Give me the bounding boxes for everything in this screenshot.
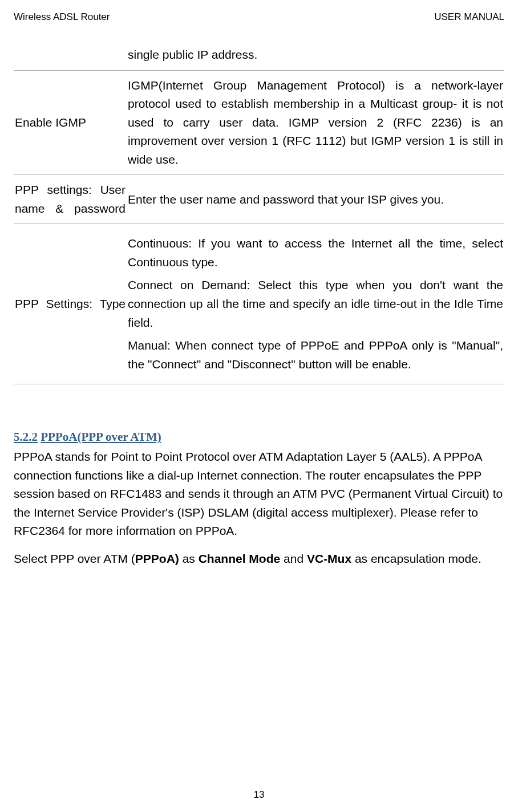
section-title: PPPoA(PPP over ATM): [41, 430, 161, 444]
desc-paragraph: Manual: When connect type of PPPoE and P…: [128, 336, 503, 373]
param-desc: single public IP address.: [127, 40, 504, 70]
page-header: Wireless ADSL Router USER MANUAL: [14, 11, 504, 23]
param-label: [14, 40, 127, 70]
table-row: PPP settings: User name & password Enter…: [14, 175, 504, 224]
section-heading: 5.2.2 PPPoA(PPP over ATM): [14, 430, 504, 444]
bold-text: Channel Mode: [199, 552, 281, 565]
parameters-table: single public IP address. Enable IGMP IG…: [14, 40, 504, 384]
section-number: 5.2.2: [14, 430, 38, 444]
desc-paragraph: Continuous: If you want to access the In…: [128, 234, 503, 271]
header-right: USER MANUAL: [434, 11, 504, 23]
table-row: Enable IGMP IGMP(Internet Group Manageme…: [14, 70, 504, 175]
text-run: as encapsulation mode.: [351, 552, 481, 565]
param-label: PPP settings: User name & password: [14, 175, 127, 224]
desc-paragraph: Connect on Demand: Select this type when…: [128, 276, 503, 332]
param-desc: IGMP(Internet Group Management Protocol)…: [127, 70, 504, 175]
table-row: single public IP address.: [14, 40, 504, 70]
body-paragraph: Select PPP over ATM (PPPoA) as Channel M…: [14, 550, 504, 569]
header-left: Wireless ADSL Router: [14, 11, 110, 23]
table-row: PPP Settings: Type Continuous: If you wa…: [14, 224, 504, 384]
bold-text: PPPoA): [135, 552, 179, 565]
page-footer: 13: [0, 789, 518, 801]
param-desc: Continuous: If you want to access the In…: [127, 224, 504, 384]
param-label: Enable IGMP: [14, 70, 127, 175]
bold-text: VC-Mux: [307, 552, 351, 565]
param-label: PPP Settings: Type: [14, 224, 127, 384]
body-paragraph: PPPoA stands for Point to Point Protocol…: [14, 448, 504, 541]
param-desc: Enter the user name and password that yo…: [127, 175, 504, 224]
page-number: 13: [254, 789, 265, 800]
text-run: and: [280, 552, 307, 565]
text-run: Select PPP over ATM (: [14, 552, 135, 565]
text-run: as: [179, 552, 199, 565]
